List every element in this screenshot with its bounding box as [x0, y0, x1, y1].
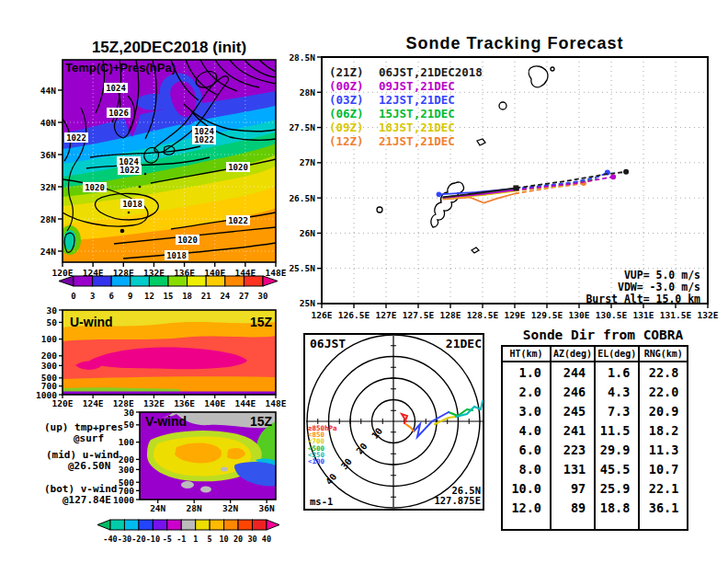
axis-tick-label: 30: [247, 534, 256, 544]
axis-tick-label: 28N: [300, 87, 315, 98]
track-dashed: [515, 177, 613, 190]
table-row: 4.024111.518.2: [502, 420, 688, 440]
table-cell: 1.0: [502, 362, 551, 382]
axis-tick-label: 28N: [40, 214, 56, 224]
surface-map-shading: [59, 60, 276, 262]
axis-tick-label: 1020: [228, 163, 248, 172]
axis-tick-label: 1020: [85, 183, 105, 192]
hodograph-unit: ms-1: [310, 496, 333, 507]
colorbar-segment: [110, 520, 124, 530]
axis-tick-label: 28N: [187, 503, 202, 513]
axis-tick-label: 36N: [259, 503, 275, 513]
track-legend-entry: (03Z)12JST,21DEC: [329, 93, 483, 107]
table-cell: 6.0: [502, 440, 551, 459]
table-spacer-cell: [551, 517, 595, 530]
table-cell: 246: [551, 382, 595, 401]
colorbar-segment: [244, 276, 263, 286]
table-row: 12.08918.836.1: [502, 498, 688, 517]
table-cell: 36.1: [639, 498, 688, 517]
note-mid-line2: @26.50N: [68, 460, 110, 472]
legend-valid-time: 15JST,21DEC: [379, 107, 455, 121]
sonde-table: HT(km)AZ(deg)EL(deg)RNG(km) 1.02441.622.…: [501, 345, 688, 531]
axis-tick-label: 40N: [40, 118, 56, 128]
axis-tick-label: -10: [146, 534, 160, 544]
table-cell: 11.5: [595, 420, 639, 440]
table-row: 8.013145.510.7: [502, 459, 688, 478]
colorbar-segment: [196, 520, 210, 530]
axis-tick-label: 200: [41, 350, 57, 361]
site-longitude: 127.875E: [393, 496, 481, 506]
axis-tick-label: 6: [108, 292, 113, 301]
axis-tick-label: 100: [119, 437, 134, 447]
legend-valid-time: 21JST,21DEC: [379, 134, 455, 148]
legend-valid-time: 12JST,21DEC: [379, 93, 455, 107]
table-cell: 12.0: [502, 498, 551, 517]
axis-tick-label: -5: [163, 534, 172, 544]
track-start-marker: [437, 192, 442, 198]
colorbar-arrow-left: [59, 276, 74, 286]
axis-tick-label: 5: [208, 534, 212, 544]
axis-tick-label: 32N: [222, 503, 238, 513]
colorbar-segment: [167, 520, 181, 530]
axis-tick-label: 15: [164, 292, 174, 301]
track-square-marker: [513, 185, 518, 190]
table-cell: 244: [551, 362, 595, 382]
axis-tick-label: 1: [193, 534, 198, 544]
sonde-forecast-dashboard: 15Z,20DEC2018 (init): [0, 0, 728, 563]
temperature-colorbar: 036912151821242730: [28, 272, 294, 304]
axis-tick-label: -20: [131, 534, 145, 544]
axis-tick-label: 126.5E: [338, 310, 370, 320]
burst-alt-annotation: Burst Alt= 15.0 km: [533, 293, 700, 305]
table-cell: 97: [551, 478, 595, 498]
axis-tick-label: 128E: [440, 310, 461, 320]
axis-tick-label: 129E: [505, 310, 526, 320]
axis-tick-label: 21: [201, 292, 211, 301]
axis-tick-label: 1026: [108, 109, 129, 118]
axis-tick-label: -30: [118, 534, 131, 544]
table-header: RNG(km): [639, 346, 688, 362]
legend-init-time: (21Z): [329, 65, 379, 79]
axis-tick-label: 127E: [376, 310, 397, 320]
table-cell: 18.8: [595, 498, 639, 517]
table-header: AZ(deg): [551, 346, 595, 362]
axis-tick-label: -40: [103, 534, 117, 544]
table-row: 2.02464.322.0: [502, 382, 688, 401]
launch-site-marker: [120, 229, 125, 234]
axis-tick-label: 131E: [633, 310, 654, 320]
axis-tick-label: 20: [233, 534, 243, 544]
table-cell: 2.0: [502, 382, 551, 401]
axis-tick-label: 130.5E: [596, 310, 628, 320]
axis-tick-label: 128.5E: [467, 310, 499, 320]
legend-valid-time: 06JST,21DEC2018: [379, 65, 483, 79]
table-cell: 10.7: [639, 459, 688, 478]
table-cell: 245: [551, 401, 595, 420]
axis-tick-label: 26N: [300, 228, 315, 238]
legend-init-time: (03Z): [329, 93, 379, 107]
axis-tick-label: 1022: [119, 166, 140, 175]
axis-tick-label: 25.5N: [289, 263, 315, 273]
axis-tick-label: 300: [41, 361, 57, 371]
table-cell: 7.3: [595, 401, 639, 420]
axis-tick-label: 25N: [300, 298, 315, 308]
table-cell: 131: [551, 459, 595, 478]
axis-tick-label: 36N: [40, 150, 56, 160]
table-cell: 29.9: [595, 440, 639, 459]
colorbar-segment: [224, 520, 238, 530]
colorbar-segment: [168, 276, 188, 286]
colorbar-arrow-right: [267, 520, 279, 530]
axis-tick-label: 1018: [166, 251, 187, 260]
legend-valid-time: 18JST,21DEC: [379, 121, 455, 134]
axis-tick-label: 18: [182, 292, 192, 301]
axis-tick-label: 24N: [40, 247, 56, 257]
colorbar-segment: [238, 520, 252, 530]
table-cell: 11.3: [639, 440, 688, 459]
table-cell: 10.0: [502, 478, 551, 498]
table-cell: 18.2: [639, 420, 688, 440]
axis-tick-label: 131.5E: [660, 310, 692, 320]
axis-tick-label: 28.5N: [289, 53, 315, 63]
axis-tick-label: 24: [220, 292, 230, 301]
colorbar-segment: [225, 276, 245, 286]
table-spacer-row: [502, 517, 688, 530]
table-header: EL(deg): [595, 346, 639, 362]
table-row: 10.09725.922.1: [502, 478, 688, 498]
